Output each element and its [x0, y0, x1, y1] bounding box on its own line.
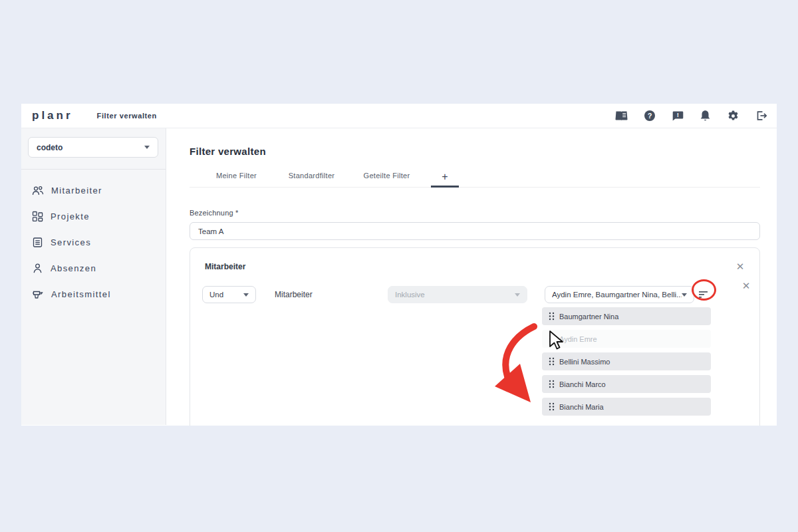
- person-icon: [32, 263, 43, 274]
- bezeichnung-label: Bezeichnung *: [190, 209, 760, 217]
- sidebar-item-services[interactable]: Services: [21, 229, 166, 255]
- mode-select-disabled: Inklusive: [388, 286, 527, 303]
- drag-handle-icon: [549, 402, 555, 411]
- chevron-down-icon: [243, 293, 249, 297]
- employee-sort-list: Baumgartner Nina Aydin Emre Bellini Mass…: [542, 307, 711, 420]
- list-item-label: Bianchi Maria: [559, 403, 604, 411]
- mode-select-value: Inklusive: [395, 291, 425, 299]
- tab-add-filter[interactable]: +: [424, 171, 466, 187]
- people-icon: [32, 186, 44, 196]
- sidebar-item-label: Arbeitsmittel: [51, 289, 111, 299]
- remove-filter-row-button[interactable]: ✕: [741, 281, 751, 291]
- tab-standardfilter[interactable]: Standardfilter: [274, 172, 349, 187]
- sidebar-divider: [21, 169, 166, 170]
- tab-geteilte-filter[interactable]: Geteilte Filter: [349, 172, 424, 187]
- list-item[interactable]: Bianchi Marco: [542, 375, 711, 393]
- employee-multiselect-value: Aydin Emre, Baumgartner Nina, Belli...: [552, 291, 682, 299]
- sidebar-item-label: Projekte: [51, 211, 90, 221]
- sort-icon: [699, 291, 709, 299]
- app-window: planr Filter verwalten ? !: [21, 104, 777, 426]
- company-select-value: codeto: [37, 143, 63, 152]
- drag-handle-icon: [549, 380, 555, 388]
- sidebar-item-projekte[interactable]: Projekte: [21, 203, 166, 229]
- list-item[interactable]: Baumgartner Nina: [542, 307, 711, 325]
- sidebar-item-absenzen[interactable]: Absenzen: [21, 255, 166, 281]
- list-item-label: Bellini Massimo: [559, 358, 610, 366]
- sidebar-nav: Mitarbeiter Projekte Services Absenzen A…: [21, 178, 166, 307]
- feedback-icon[interactable]: !: [671, 110, 684, 122]
- svg-text:!: !: [676, 111, 678, 118]
- sidebar-item-arbeitsmittel[interactable]: Arbeitsmittel: [21, 281, 166, 307]
- app-logo: planr: [32, 109, 73, 122]
- chevron-down-icon: [682, 293, 687, 297]
- filter-group-title: Mitarbeiter: [205, 262, 245, 271]
- main-content: Filter verwalten Meine Filter Standardfi…: [166, 128, 777, 425]
- list-item-label: Baumgartner Nina: [559, 313, 618, 321]
- employee-multiselect[interactable]: Aydin Emre, Baumgartner Nina, Belli...: [545, 286, 694, 303]
- help-icon[interactable]: ?: [643, 110, 656, 122]
- list-item-label: Aydin Emre: [559, 335, 597, 343]
- tab-bar: Meine Filter Standardfilter Geteilte Fil…: [190, 171, 760, 188]
- sidebar-item-label: Mitarbeiter: [51, 186, 102, 196]
- remove-filter-group-button[interactable]: ✕: [735, 262, 745, 271]
- list-item[interactable]: Bellini Massimo: [542, 352, 711, 370]
- list-item[interactable]: Bianchi Maria: [542, 398, 711, 416]
- sidebar: codeto Mitarbeiter Projekte Services: [21, 128, 166, 425]
- svg-text:?: ?: [647, 112, 652, 120]
- topbar-actions: ? !: [615, 110, 767, 122]
- topbar: planr Filter verwalten ? !: [21, 104, 777, 128]
- notifications-icon[interactable]: [699, 110, 712, 122]
- tool-icon: [32, 289, 44, 300]
- filter-group-card: Mitarbeiter ✕ Und Mitarbeiter Inklusive …: [190, 247, 760, 426]
- chevron-down-icon: [515, 293, 520, 297]
- sidebar-item-label: Services: [51, 237, 91, 247]
- drag-handle-icon: [549, 334, 555, 343]
- bezeichnung-input[interactable]: [190, 222, 760, 240]
- tab-meine-filter[interactable]: Meine Filter: [199, 172, 274, 187]
- drag-handle-icon: [549, 312, 555, 321]
- handbook-icon[interactable]: [615, 110, 628, 122]
- settings-icon[interactable]: [727, 110, 739, 122]
- projects-grid-icon: [32, 211, 43, 222]
- filter-field-label: Mitarbeiter: [275, 290, 313, 299]
- drag-handle-icon: [549, 357, 555, 366]
- page-title: Filter verwalten: [190, 146, 760, 157]
- chevron-down-icon: [144, 146, 150, 149]
- sidebar-item-label: Absenzen: [51, 263, 96, 273]
- topbar-page-title: Filter verwalten: [97, 112, 157, 120]
- list-item-label: Bianchi Marco: [559, 380, 606, 388]
- sidebar-item-mitarbeiter[interactable]: Mitarbeiter: [21, 178, 166, 203]
- company-select[interactable]: codeto: [28, 137, 158, 158]
- list-item-dragging[interactable]: Aydin Emre: [542, 330, 711, 348]
- document-icon: [32, 237, 43, 248]
- logout-icon[interactable]: [755, 110, 767, 122]
- operator-select-value: Und: [209, 291, 223, 299]
- sort-button[interactable]: [696, 287, 712, 302]
- operator-select[interactable]: Und: [202, 286, 256, 303]
